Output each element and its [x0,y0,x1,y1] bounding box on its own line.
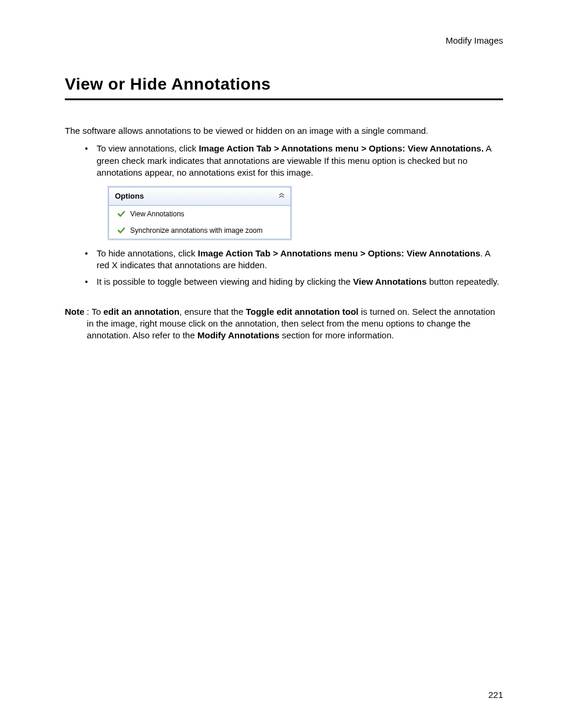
text: To hide annotations, click [97,248,198,258]
text: To view annotations, click [97,143,199,153]
note-block: Note : To edit an annotation, ensure tha… [65,306,503,342]
button-name-bold: View Annotations [353,276,427,286]
option-label: Synchronize annotations with image zoom [130,226,263,235]
option-label: View Annotations [130,209,184,219]
text: : To [87,307,103,317]
text: section for more information. [279,330,394,340]
menu-path-bold: Image Action Tab > Annotations menu > Op… [198,248,480,258]
option-view-annotations[interactable]: View Annotations [109,206,290,222]
bold-text: edit an annotation [103,307,179,317]
list-item: To hide annotations, click Image Action … [85,248,503,272]
bold-text: Modify Annotations [197,330,279,340]
text: It is possible to toggle between viewing… [97,276,353,286]
intro-text: The software allows annotations to be vi… [65,125,503,137]
list-item: To view annotations, click Image Action … [85,143,503,239]
options-title: Options [115,191,144,202]
page-title: View or Hide Annotations [65,75,503,100]
check-icon [117,226,125,235]
bold-text: Toggle edit annotation tool [246,307,358,317]
header-section-label: Modify Images [65,35,503,45]
text: , ensure that the [180,307,246,317]
options-panel-header[interactable]: Options [109,187,290,206]
note-body: : To edit an annotation, ensure that the… [87,306,503,342]
option-sync-annotations[interactable]: Synchronize annotations with image zoom [109,222,290,239]
menu-path-bold: Image Action Tab > Annotations menu > Op… [199,143,484,153]
instruction-list: To view annotations, click Image Action … [85,143,503,288]
check-icon [117,210,125,218]
text: button repeatedly. [427,276,499,286]
collapse-icon[interactable] [279,193,285,200]
options-panel: Options View Annotations [108,187,291,239]
list-item: It is possible to toggle between viewing… [85,276,503,288]
note-label: Note [65,306,84,342]
page-number: 221 [488,690,503,700]
